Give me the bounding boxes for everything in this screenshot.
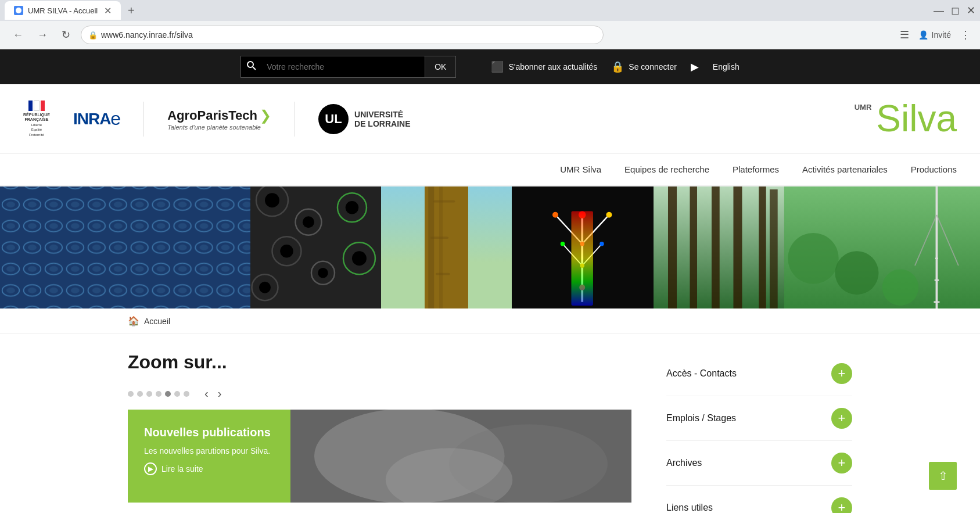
sidebar-acces-label: Accès - Contacts xyxy=(666,368,737,379)
slider-dot-1[interactable] xyxy=(128,391,134,397)
agroparis-logo[interactable]: AgroParisTech ❯ Talents d'une planète so… xyxy=(167,107,271,131)
svg-rect-43 xyxy=(571,211,593,306)
flag-red xyxy=(41,101,45,111)
refresh-button[interactable]: ↻ xyxy=(58,26,74,44)
slider-dots-row: ‹ › xyxy=(128,387,631,400)
svg-rect-6 xyxy=(0,186,250,308)
flag-white xyxy=(34,101,39,111)
carousel-link-label: Lire la suite xyxy=(161,464,203,473)
sidebar-archives-plus[interactable]: + xyxy=(831,453,852,473)
profile-label: Invité xyxy=(932,30,951,40)
browser-chrome: UMR SILVA - Accueil ✕ + — ◻ ✕ ← → ↻ 🔒 ww… xyxy=(0,0,980,49)
sidebar-emplois-plus[interactable]: + xyxy=(831,408,852,429)
tab-title: UMR SILVA - Accueil xyxy=(28,6,98,15)
svg-point-17 xyxy=(259,282,271,293)
sidebar-liens[interactable]: Liens utiles + xyxy=(666,486,852,513)
slider-dot-3[interactable] xyxy=(146,391,152,397)
breadcrumb-accueil[interactable]: Accueil xyxy=(144,317,170,326)
ul-emblem: UL xyxy=(318,104,349,134)
slider-dot-2[interactable] xyxy=(137,391,143,397)
silva-logo[interactable]: UMR Silva xyxy=(855,103,957,134)
divider-2 xyxy=(295,102,295,137)
home-icon[interactable]: 🏠 xyxy=(128,315,139,327)
carousel-read-more[interactable]: ▶ Lire la suite xyxy=(144,462,274,475)
profile-icon: 👤 xyxy=(918,30,928,40)
carousel: Nouvelles publications Les nouvelles par… xyxy=(128,410,631,503)
tab-close-button[interactable]: ✕ xyxy=(104,5,112,16)
back-button[interactable]: ← xyxy=(9,27,27,44)
silva-umr-label: UMR xyxy=(855,103,872,112)
content-left: Zoom sur... ‹ › Nouvelles publications L… xyxy=(128,351,631,513)
slider-dot-4[interactable] xyxy=(156,391,161,397)
nav-item-productions[interactable]: Productions xyxy=(911,154,957,186)
svg-rect-28 xyxy=(436,273,450,275)
svg-point-39 xyxy=(600,242,604,246)
sidebar-acces-plus[interactable]: + xyxy=(831,363,852,384)
english-link[interactable]: English xyxy=(713,62,740,71)
slider-dot-5[interactable] xyxy=(165,391,171,397)
subscribe-link[interactable]: ⬛ S'abonner aux actualités xyxy=(491,60,597,73)
nav-item-equipes[interactable]: Equipes de recherche xyxy=(624,154,709,186)
svg-point-21 xyxy=(352,251,367,266)
forward-button[interactable]: → xyxy=(34,27,51,44)
agroparis-name: AgroParisTech xyxy=(167,108,257,123)
youtube-link[interactable]: ▶ xyxy=(691,60,699,73)
slider-dot-6[interactable] xyxy=(174,391,180,397)
breadcrumb: 🏠 Accueil xyxy=(0,308,980,334)
close-window-button[interactable]: ✕ xyxy=(967,4,975,17)
hero-image-2 xyxy=(250,186,381,308)
profile-button[interactable]: 👤 Invité xyxy=(918,30,951,40)
slider-arrows: ‹ › xyxy=(204,387,221,400)
login-label: Se connecter xyxy=(629,62,677,71)
login-link[interactable]: 🔒 Se connecter xyxy=(611,60,677,73)
nav-item-plateformes[interactable]: Plateformes xyxy=(733,154,779,186)
minimize-button[interactable]: — xyxy=(934,5,944,17)
search-ok-button[interactable]: OK xyxy=(425,56,455,77)
svg-rect-50 xyxy=(770,189,778,308)
zoom-title: Zoom sur... xyxy=(128,351,631,373)
search-input[interactable] xyxy=(262,56,425,77)
next-arrow[interactable]: › xyxy=(218,387,222,400)
nav-item-umrsilva[interactable]: UMR Silva xyxy=(560,154,601,186)
svg-point-60 xyxy=(835,251,878,295)
carousel-green-panel: Nouvelles publications Les nouvelles par… xyxy=(128,410,290,503)
new-tab-button[interactable]: + xyxy=(123,4,139,17)
back-to-top-button[interactable]: ⇧ xyxy=(929,462,957,490)
svg-rect-24 xyxy=(428,186,434,308)
divider-1 xyxy=(143,102,144,137)
silva-name-label: Silva xyxy=(876,103,957,134)
sidebar-archives[interactable]: Archives + xyxy=(666,441,852,486)
carousel-title: Nouvelles publications xyxy=(144,426,274,439)
window-controls: — ◻ ✕ xyxy=(934,4,975,17)
nav-item-activites[interactable]: Activités partenariales xyxy=(802,154,888,186)
agroparis-chevron: ❯ xyxy=(260,107,271,124)
hero-image-3 xyxy=(381,186,512,308)
sidebar-emplois-label: Emplois / Stages xyxy=(666,413,736,424)
hero-image-6 xyxy=(784,186,980,308)
more-options-icon[interactable]: ⋮ xyxy=(960,28,971,41)
url-text: www6.nancy.inrae.fr/silva xyxy=(101,30,193,40)
svg-point-1 xyxy=(247,62,253,67)
svg-rect-48 xyxy=(733,186,742,308)
svg-point-61 xyxy=(882,269,918,305)
active-tab[interactable]: UMR SILVA - Accueil ✕ xyxy=(5,1,121,20)
slider-dot-7[interactable] xyxy=(184,391,189,397)
carousel-desc: Les nouvelles parutions pour Silva. xyxy=(144,446,274,455)
prev-arrow[interactable]: ‹ xyxy=(204,387,209,400)
svg-rect-27 xyxy=(430,236,448,239)
universite-lorraine-logo[interactable]: UL UNIVERSITÉ DE LORRAINE xyxy=(318,104,410,134)
svg-point-15 xyxy=(318,268,328,278)
url-box[interactable]: 🔒 www6.nancy.inrae.fr/silva xyxy=(81,26,604,44)
svg-line-2 xyxy=(253,67,256,70)
hero-image-4 xyxy=(512,186,654,308)
sidebar-acces-contacts[interactable]: Accès - Contacts + xyxy=(666,351,852,396)
main-content: Zoom sur... ‹ › Nouvelles publications L… xyxy=(0,334,980,513)
sidebar-archives-label: Archives xyxy=(666,458,702,468)
svg-point-19 xyxy=(346,201,358,214)
sidebar-emplois[interactable]: Emplois / Stages + xyxy=(666,396,852,441)
nav-links: UMR Silva Equipes de recherche Plateform… xyxy=(560,154,957,186)
sidebar-liens-plus[interactable]: + xyxy=(831,497,852,513)
top-links: ⬛ S'abonner aux actualités 🔒 Se connecte… xyxy=(491,60,739,73)
maximize-button[interactable]: ◻ xyxy=(951,4,960,17)
inrae-logo[interactable]: INRAe xyxy=(73,108,120,130)
